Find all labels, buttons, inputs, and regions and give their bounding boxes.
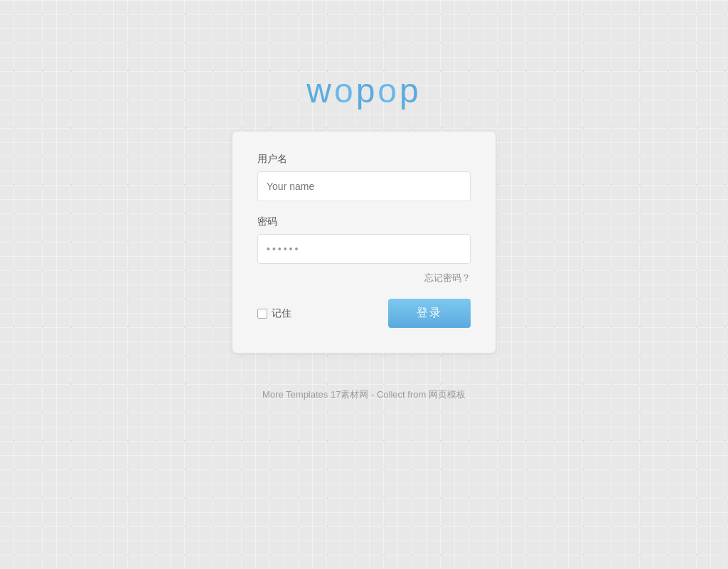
password-field-group: 密码 [257,216,471,264]
logo-text: wopop [306,71,421,110]
remember-checkbox[interactable] [257,309,267,319]
password-input[interactable] [257,234,471,264]
password-label: 密码 [257,216,471,228]
forgot-password-row: 忘记密码？ [257,271,471,284]
footer: More Templates 17素材网 - Collect from 网页模板 [262,388,466,401]
remember-me-text: 记住 [272,307,291,320]
username-label: 用户名 [257,153,471,166]
login-button[interactable]: 登录 [388,299,471,328]
forgot-password-link[interactable]: 忘记密码？ [424,272,471,283]
username-input[interactable] [257,171,471,201]
bottom-row: 记住 登录 [257,299,471,328]
remember-me-label[interactable]: 记住 [257,307,291,320]
login-card: 用户名 密码 忘记密码？ 记住 登录 [232,132,496,353]
username-field-group: 用户名 [257,153,471,201]
logo: wopop [306,71,421,110]
